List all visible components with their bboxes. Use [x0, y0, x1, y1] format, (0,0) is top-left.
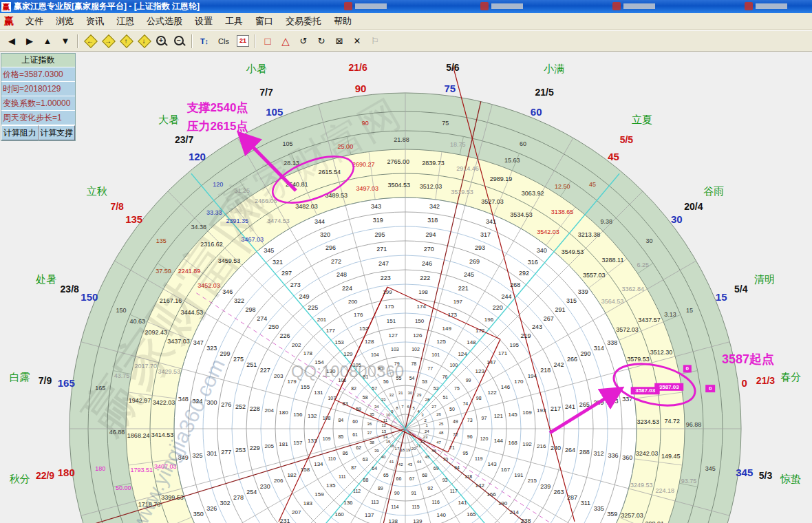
svg-text:223: 223 [381, 275, 391, 281]
nav-right-icon[interactable]: ▶ [21, 33, 38, 50]
svg-text:268: 268 [510, 281, 520, 288]
svg-text:23/8: 23/8 [61, 284, 79, 295]
calendar-icon[interactable]: 21 [235, 33, 251, 50]
svg-text:14: 14 [383, 435, 388, 439]
rotate-cw-icon[interactable]: ↻ [313, 33, 330, 50]
svg-text:25: 25 [439, 422, 444, 426]
svg-text:302: 302 [220, 500, 231, 506]
menu-item-工具[interactable]: 工具 [219, 14, 249, 29]
menu-item-文件[interactable]: 文件 [19, 14, 50, 29]
svg-text:84: 84 [338, 418, 343, 423]
svg-text:109: 109 [323, 436, 331, 441]
sort-icon[interactable]: T↕ [196, 33, 213, 50]
svg-text:96.88: 96.88 [686, 421, 702, 428]
menu-item-帮助[interactable]: 帮助 [328, 14, 358, 29]
calc-support-button[interactable]: 计算支撑 [39, 125, 76, 140]
shift-left-icon[interactable]: ← [82, 33, 98, 50]
menu-item-设置[interactable]: 设置 [189, 14, 219, 29]
svg-text:147: 147 [487, 359, 496, 365]
svg-text:60: 60 [352, 419, 358, 424]
svg-text:313: 313 [608, 398, 618, 405]
svg-text:181: 181 [279, 441, 288, 447]
svg-text:167: 167 [501, 467, 511, 473]
svg-text:133: 133 [308, 438, 317, 444]
menu-item-资讯[interactable]: 资讯 [80, 14, 110, 29]
svg-text:60: 60 [520, 140, 526, 147]
svg-text:137: 137 [365, 512, 374, 518]
svg-text:50: 50 [449, 407, 455, 412]
svg-text:141: 141 [458, 500, 467, 506]
svg-text:293: 293 [475, 244, 485, 251]
rotate-ccw-icon[interactable]: ↺ [295, 33, 312, 50]
svg-text:92: 92 [427, 486, 433, 491]
svg-text:275: 275 [233, 356, 244, 363]
shift-down-icon[interactable]: ↓ [136, 33, 152, 50]
svg-text:112: 112 [353, 489, 361, 493]
svg-text:111: 111 [339, 474, 346, 479]
svg-text:63: 63 [363, 457, 368, 462]
svg-text:11: 11 [383, 418, 388, 423]
svg-text:0: 0 [709, 385, 712, 392]
svg-text:117: 117 [450, 489, 458, 493]
svg-text:180: 180 [279, 409, 288, 416]
svg-text:105: 105 [266, 106, 283, 118]
svg-text:50.00: 50.00 [116, 484, 131, 491]
svg-text:62: 62 [356, 445, 361, 450]
svg-text:5/6: 5/6 [446, 62, 460, 73]
calc-resistance-button[interactable]: 计算阻力 [1, 125, 39, 140]
svg-text:128: 128 [365, 339, 374, 345]
nav-down-icon[interactable]: ▼ [57, 33, 74, 50]
cls-button[interactable]: Cls [214, 33, 233, 50]
svg-text:340: 340 [537, 247, 547, 254]
nav-up-icon[interactable]: ▲ [39, 33, 56, 50]
svg-text:345: 345 [705, 465, 716, 472]
menu-item-窗口[interactable]: 窗口 [249, 14, 279, 29]
menu-item-江恩[interactable]: 江恩 [110, 14, 140, 29]
app-logo-icon: 赢 [1, 2, 11, 12]
svg-text:314: 314 [594, 345, 604, 352]
svg-text:273: 273 [290, 281, 301, 288]
svg-text:95: 95 [462, 451, 468, 456]
menu-item-浏览[interactable]: 浏览 [50, 14, 80, 29]
triangle-tool-icon[interactable]: △ [277, 33, 294, 50]
menu-item-公式选股[interactable]: 公式选股 [140, 14, 189, 29]
svg-text:74.72: 74.72 [665, 418, 681, 425]
svg-text:350: 350 [193, 511, 204, 517]
square-tool-icon[interactable]: □ [259, 33, 276, 50]
svg-text:254: 254 [246, 489, 257, 495]
svg-text:204: 204 [265, 407, 275, 414]
svg-text:70: 70 [442, 457, 448, 462]
svg-text:155: 155 [301, 384, 310, 390]
menu-item-交易委托[interactable]: 交易委托 [279, 14, 328, 29]
gann-wheel-canvas[interactable]: 021/3春分155/4清明3020/4谷雨455/5立夏6021/5小满755… [0, 0, 812, 523]
nav-left-icon[interactable]: ◀ [3, 33, 20, 50]
svg-text:149.45: 149.45 [661, 453, 681, 460]
shift-up-icon[interactable]: ↑ [118, 33, 134, 50]
app-window: { "window": { "logo_char": "赢", "title":… [0, 0, 812, 523]
svg-text:33: 33 [381, 398, 386, 402]
svg-text:176: 176 [354, 312, 363, 318]
svg-text:151: 151 [387, 318, 396, 324]
svg-text:322: 322 [234, 297, 244, 304]
zoom-out-icon[interactable]: − [171, 33, 188, 50]
svg-text:249: 249 [299, 293, 309, 300]
svg-text:288: 288 [579, 449, 590, 456]
svg-text:142: 142 [476, 482, 485, 489]
svg-text:23: 23 [423, 435, 428, 439]
svg-text:240: 240 [551, 445, 561, 451]
flag-tool-icon[interactable]: ⚐ [367, 33, 383, 50]
svg-text:41: 41 [389, 460, 394, 464]
svg-text:22: 22 [420, 440, 425, 444]
shift-right-icon[interactable]: → [100, 33, 116, 50]
svg-text:336: 336 [608, 452, 618, 459]
svg-text:169: 169 [522, 409, 532, 416]
step-row: 周天变化步长=1 [1, 111, 75, 125]
svg-text:150: 150 [81, 291, 98, 303]
zoom-in-icon[interactable]: + [153, 33, 170, 50]
crosshair-icon[interactable]: ✕ [349, 33, 365, 50]
svg-text:24: 24 [425, 429, 429, 434]
svg-text:138: 138 [389, 518, 398, 523]
svg-text:66: 66 [396, 476, 402, 481]
box-x-icon[interactable]: ⊠ [331, 33, 348, 50]
svg-text:252: 252 [235, 403, 246, 410]
